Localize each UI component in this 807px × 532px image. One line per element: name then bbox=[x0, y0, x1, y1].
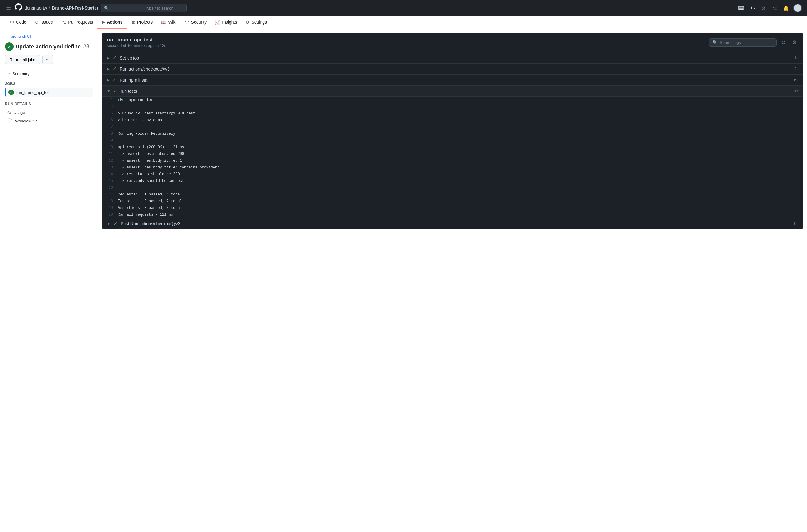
tab-security[interactable]: 🛡 Security bbox=[181, 16, 211, 29]
line-number: 20 bbox=[102, 212, 117, 218]
line-number: 17 bbox=[102, 191, 117, 197]
step-post-checkout[interactable]: ▼ ✓ Post Run actions/checkout@v3 0s bbox=[102, 218, 803, 229]
job-item[interactable]: ✓ run_bruno_api_test bbox=[5, 88, 93, 97]
sidebar-item-summary[interactable]: ⌂ Summary bbox=[5, 69, 93, 78]
log-line: 11 ✓ assert: res.status: eq 200 bbox=[102, 151, 803, 157]
step-success-icon: ✓ bbox=[114, 221, 117, 226]
back-link[interactable]: ← bruno cli CI bbox=[5, 34, 93, 39]
log-line: 17 Requests: 1 passed, 1 total bbox=[102, 191, 803, 198]
log-line: 1 ▶Run npm run test bbox=[102, 97, 803, 103]
step-expand-icon: ▶ bbox=[107, 67, 110, 71]
breadcrumb-user[interactable]: dengnao-tw bbox=[24, 5, 47, 11]
log-line: 5 > Bruno API test starter@1.0.0 test bbox=[102, 110, 803, 117]
tab-insights[interactable]: 📈 Insights bbox=[211, 16, 241, 29]
line-text: ✓ assert: res.status: eq 200 bbox=[117, 151, 185, 157]
log-line: 15 ✓ res.body should be correct bbox=[102, 178, 803, 184]
log-line: 8 Running Folder Recursively bbox=[102, 130, 803, 137]
step-time: 6s bbox=[794, 78, 799, 82]
breadcrumb-repo[interactable]: Bruno-API-Test-Starter bbox=[52, 5, 98, 11]
line-number: 1 bbox=[102, 97, 117, 103]
log-line: 18 Tests: 2 passed, 2 total bbox=[102, 198, 803, 205]
line-text: ✓ assert: res.body.id: eq 1 bbox=[117, 158, 183, 164]
tab-actions[interactable]: ▶ Actions bbox=[97, 16, 127, 29]
log-line: 7 bbox=[102, 124, 803, 130]
tab-issues[interactable]: ⊙ Issues bbox=[31, 16, 57, 29]
tab-settings[interactable]: ⚙ Settings bbox=[241, 16, 271, 29]
more-options-button[interactable]: ··· bbox=[42, 55, 53, 64]
run-number: #8 bbox=[83, 43, 89, 50]
tab-code[interactable]: <> Code bbox=[5, 16, 31, 29]
projects-icon: ▦ bbox=[131, 20, 135, 24]
line-number: 11 bbox=[102, 151, 117, 157]
log-line: 9 bbox=[102, 137, 803, 144]
line-text: > Bruno API test starter@1.0.0 test bbox=[117, 111, 196, 117]
line-number: 15 bbox=[102, 178, 117, 184]
line-number: 14 bbox=[102, 171, 117, 177]
step-run-tests[interactable]: ▼ ✓ run tests 1s bbox=[102, 86, 803, 97]
issues-button[interactable]: ⊙ bbox=[759, 3, 767, 13]
line-number: 16 bbox=[102, 185, 117, 191]
content-area: run_bruno_api_test succeeded 10 minutes … bbox=[98, 29, 807, 529]
avatar[interactable] bbox=[793, 4, 802, 12]
pull-request-icon: ⌥ bbox=[61, 20, 66, 24]
line-text: Assertions: 3 passed, 3 total bbox=[117, 205, 183, 211]
log-line: 14 ✓ res.status should be 200 bbox=[102, 171, 803, 178]
summary-icon: ⌂ bbox=[7, 71, 10, 76]
line-number: 12 bbox=[102, 158, 117, 164]
step-expand-icon: ▼ bbox=[107, 222, 111, 226]
line-text: ✓ assert: res.body.title: contains provi… bbox=[117, 165, 221, 171]
plus-button[interactable]: + ▾ bbox=[748, 3, 757, 13]
workflow-file-icon: 📄 bbox=[7, 118, 13, 124]
sidebar-item-workflow-file[interactable]: 📄 Workflow file bbox=[5, 117, 93, 125]
sidebar: ← bruno cli CI ✓ update action yml defin… bbox=[0, 29, 98, 529]
log-line: 10 api request1 (200 OK) – 121 ms bbox=[102, 144, 803, 151]
line-number: 5 bbox=[102, 111, 117, 117]
line-text: > bru run --env demo bbox=[117, 117, 163, 124]
step-time: 0s bbox=[794, 221, 799, 226]
notifications-button[interactable]: 🔔 bbox=[781, 3, 791, 13]
top-nav: ☰ dengnao-tw / Bruno-API-Test-Starter 🔍 … bbox=[0, 0, 807, 16]
line-text: ✓ res.status should be 200 bbox=[117, 171, 181, 177]
settings-icon: ⚙ bbox=[245, 20, 249, 24]
search-placeholder: Type / to search bbox=[145, 6, 183, 11]
line-text: api request1 (200 OK) – 121 ms bbox=[117, 144, 185, 150]
settings-button[interactable]: ⚙ bbox=[790, 38, 799, 46]
step-checkout[interactable]: ▶ ✓ Run actions/checkout@v3 2s bbox=[102, 63, 803, 75]
step-name: Set up job bbox=[120, 56, 794, 60]
run-title: update action yml define bbox=[16, 43, 81, 50]
line-number: 9 bbox=[102, 137, 117, 144]
search-logs-icon: 🔍 bbox=[713, 40, 717, 45]
log-panel-header: run_bruno_api_test succeeded 10 minutes … bbox=[102, 33, 803, 53]
log-content: 1 ▶Run npm run test 4 5 > Bruno API test… bbox=[102, 97, 803, 218]
wiki-icon: 📖 bbox=[161, 20, 166, 24]
hamburger-button[interactable]: ☰ bbox=[5, 3, 12, 13]
log-line: 12 ✓ assert: res.body.id: eq 1 bbox=[102, 157, 803, 164]
line-number: 8 bbox=[102, 131, 117, 137]
step-time: 1s bbox=[794, 89, 799, 93]
line-number: 7 bbox=[102, 124, 117, 130]
refresh-button[interactable]: ↺ bbox=[780, 38, 787, 46]
log-line: 16 bbox=[102, 184, 803, 191]
sidebar-item-usage[interactable]: ◎ Usage bbox=[5, 108, 93, 117]
rerun-all-button[interactable]: Re-run all jobs bbox=[5, 55, 40, 64]
step-name: Run actions/checkout@v3 bbox=[120, 66, 794, 72]
line-text: Requests: 1 passed, 1 total bbox=[117, 191, 183, 197]
step-set-up-job[interactable]: ▶ ✓ Set up job 1s bbox=[102, 53, 803, 63]
step-npm-install[interactable]: ▶ ✓ Run npm install 6s bbox=[102, 75, 803, 86]
terminal-button[interactable]: ⌨ bbox=[736, 4, 746, 12]
step-name: Run npm install bbox=[120, 78, 794, 82]
step-expand-icon: ▶ bbox=[107, 78, 110, 82]
tab-projects[interactable]: ▦ Projects bbox=[127, 16, 157, 29]
line-number: 18 bbox=[102, 198, 117, 204]
job-status-icon: ✓ bbox=[8, 90, 14, 95]
tab-wiki[interactable]: 📖 Wiki bbox=[157, 16, 181, 29]
pull-request-button[interactable]: ⌥ bbox=[770, 3, 779, 13]
line-number: 13 bbox=[102, 165, 117, 171]
log-panel-title: run_bruno_api_test bbox=[107, 37, 166, 43]
line-text: ▶Run npm run test bbox=[117, 97, 156, 103]
tab-pull-requests[interactable]: ⌥ Pull requests bbox=[57, 16, 97, 29]
github-logo bbox=[15, 3, 22, 13]
search-bar[interactable]: 🔍 Type / to search bbox=[101, 4, 187, 12]
search-logs-input[interactable] bbox=[720, 40, 773, 45]
actions-icon: ▶ bbox=[101, 20, 105, 24]
